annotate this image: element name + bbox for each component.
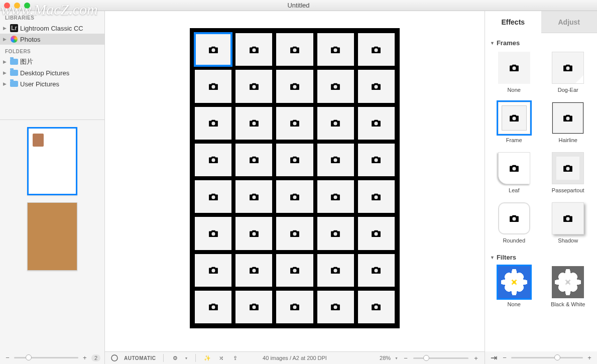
frame-option-leaf[interactable]: Leaf <box>487 150 541 197</box>
layout-cell[interactable] <box>235 254 272 287</box>
layout-cell[interactable] <box>317 107 354 140</box>
frame-option-label: Dog-Ear <box>558 87 578 93</box>
photos-icon <box>10 35 18 43</box>
zoom-slider[interactable] <box>413 357 468 359</box>
filter-intensity-plus[interactable]: + <box>586 354 593 361</box>
layout-cell[interactable] <box>235 180 272 213</box>
layout-cell[interactable] <box>235 33 272 66</box>
folder-item[interactable]: ▶User Pictures <box>0 78 104 89</box>
layout-cell[interactable] <box>195 33 231 66</box>
left-sidebar: LIBRARIES ▶LrLightroom Classic CC▶Photos… <box>0 11 105 351</box>
folder-icon <box>10 58 18 66</box>
frame-option-passe[interactable]: Passepartout <box>541 150 595 197</box>
thumb-size-plus[interactable]: + <box>81 354 88 361</box>
camera-placeholder-icon <box>562 164 573 172</box>
camera-placeholder-icon <box>208 46 219 54</box>
export-icon[interactable]: ⇥ <box>489 353 498 362</box>
layout-cell[interactable] <box>276 144 313 176</box>
layout-cell[interactable] <box>358 254 395 287</box>
frame-option-label: Shadow <box>558 237 578 244</box>
frame-option-rounded[interactable]: Rounded <box>487 200 541 248</box>
filter-intensity-minus[interactable]: − <box>501 354 508 361</box>
shuffle-icon[interactable]: ⤮ <box>217 353 226 362</box>
frames-disclosure[interactable]: ▼Frames <box>485 33 597 50</box>
layout-cell[interactable] <box>358 70 395 102</box>
frame-option-none[interactable]: None <box>487 50 541 97</box>
inspector-tabs: Effects Adjust <box>485 11 597 33</box>
layout-cell[interactable] <box>235 217 272 250</box>
tab-effects[interactable]: Effects <box>485 11 541 33</box>
layout-cell[interactable] <box>276 107 313 140</box>
filter-swatch <box>498 266 530 298</box>
library-item-photos[interactable]: ▶Photos <box>0 34 104 45</box>
layout-cell[interactable] <box>276 70 313 102</box>
layout-cell[interactable] <box>195 144 231 176</box>
settings-icon[interactable]: ⚙ <box>171 353 180 362</box>
layout-cell[interactable] <box>235 107 272 140</box>
chevron-right-icon: ▶ <box>3 37 8 42</box>
share-icon[interactable]: ⇪ <box>231 353 240 362</box>
camera-placeholder-icon <box>330 266 341 274</box>
frame-swatch <box>552 102 584 134</box>
layout-cell[interactable] <box>276 33 313 66</box>
layout-mode-label[interactable]: AUTOMATIC <box>124 355 156 361</box>
layout-cell[interactable] <box>358 291 395 323</box>
layout-cell[interactable] <box>276 291 313 323</box>
layout-cell[interactable] <box>317 33 354 66</box>
frame-option-shadow[interactable]: Shadow <box>541 200 595 248</box>
layout-canvas[interactable] <box>190 28 400 328</box>
camera-placeholder-icon <box>509 214 520 222</box>
layout-cell[interactable] <box>195 70 231 102</box>
layout-cell[interactable] <box>195 217 231 250</box>
layout-cell[interactable] <box>276 180 313 213</box>
camera-placeholder-icon <box>208 193 219 201</box>
zoom-minus[interactable]: − <box>402 354 409 362</box>
zoom-percent-label[interactable]: 28% <box>380 355 391 361</box>
filter-intensity-slider[interactable] <box>511 357 583 358</box>
frame-option-dogear[interactable]: Dog-Ear <box>541 50 595 97</box>
camera-placeholder-icon <box>208 303 219 311</box>
layout-cell[interactable] <box>358 180 395 213</box>
layout-cell[interactable] <box>317 291 354 323</box>
frame-option-frame[interactable]: Frame <box>487 100 541 147</box>
layout-cell[interactable] <box>358 217 395 250</box>
frame-option-hairline[interactable]: Hairline <box>541 100 595 147</box>
tab-adjust[interactable]: Adjust <box>541 11 598 33</box>
thumb-size-slider[interactable] <box>14 357 78 358</box>
folder-item[interactable]: ▶Desktop Pictures <box>0 67 104 78</box>
layout-cell[interactable] <box>317 144 354 176</box>
zoom-plus[interactable]: + <box>472 354 480 362</box>
layout-cell[interactable] <box>358 33 395 66</box>
layout-cell[interactable] <box>195 254 231 287</box>
layout-cell[interactable] <box>317 180 354 213</box>
filter-option-bw[interactable]: Black & White <box>541 264 595 310</box>
layout-mode-icon[interactable] <box>110 353 119 362</box>
camera-placeholder-icon <box>330 229 341 237</box>
layout-cell[interactable] <box>195 180 231 213</box>
layout-cell[interactable] <box>195 291 231 323</box>
layout-cell[interactable] <box>195 107 231 140</box>
camera-placeholder-icon <box>289 82 300 90</box>
folder-item[interactable]: ▶图片 <box>0 56 104 67</box>
page-thumb-2[interactable] <box>27 202 77 271</box>
layout-cell[interactable] <box>276 254 313 287</box>
folder-item-label: 图片 <box>20 57 33 66</box>
library-item-lr[interactable]: ▶LrLightroom Classic CC <box>0 23 104 34</box>
filters-disclosure[interactable]: ▼Filters <box>485 248 597 264</box>
layout-cell[interactable] <box>358 144 395 176</box>
layout-cell[interactable] <box>235 70 272 102</box>
layout-cell[interactable] <box>358 107 395 140</box>
layout-cell[interactable] <box>235 291 272 323</box>
magic-wand-icon[interactable]: ✨ <box>203 353 212 362</box>
camera-placeholder-icon <box>249 303 260 311</box>
chevron-right-icon: ▶ <box>3 81 8 86</box>
thumb-size-minus[interactable]: − <box>4 354 11 361</box>
layout-cell[interactable] <box>317 217 354 250</box>
layout-cell[interactable] <box>317 254 354 287</box>
camera-placeholder-icon <box>249 193 260 201</box>
layout-cell[interactable] <box>235 144 272 176</box>
page-thumb-1[interactable] <box>27 127 77 195</box>
filter-option-none[interactable]: None <box>487 264 541 310</box>
layout-cell[interactable] <box>276 217 313 250</box>
layout-cell[interactable] <box>317 70 354 102</box>
